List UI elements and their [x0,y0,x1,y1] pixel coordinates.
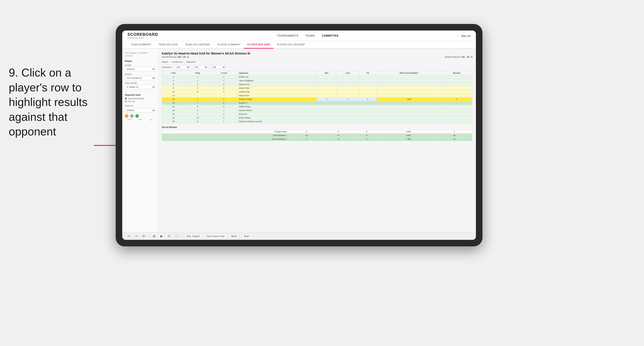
h2h-table: # Div # Reg # Conf Opponent Win Loss Tie… [162,71,472,123]
radio-dot-top100 [125,100,127,102]
table-row[interactable]: 1311Jessica Huang010-3.002 [162,97,472,101]
undo-button[interactable]: ↩ [126,234,132,238]
instruction-text: 9. Click on a player's row to highlight … [9,65,92,139]
tablet-screen: SCOREBOARD Powered by clippd TOURNAMENTS… [122,30,476,240]
table-row[interactable]: 331Esther Lee [162,75,472,79]
watch-button[interactable]: Watch [229,234,239,238]
out-division-row[interactable]: Foreign Team1004.5002 [162,130,472,134]
table-row[interactable]: 12Haeju Hyun [162,94,472,97]
table-row[interactable]: 20117Federica Domecq Lacroze [162,120,472,123]
navbar: SCOREBOARD Powered by clippd TOURNAMENTS… [122,30,476,41]
colour-legend: Down Level Up [125,119,156,121]
subnav-team-h2h-grid[interactable]: TEAM H2H GRID [155,41,182,49]
colour-dot-down [125,114,128,118]
subnav: TEAM SUMMARY TEAM H2H GRID TEAM H2H HEAT… [122,41,476,49]
view-original-button[interactable]: View: Original [184,234,202,238]
conference-filter[interactable]: (All) [192,65,208,69]
gender-select[interactable]: Women's [125,67,156,71]
player-rank-label: Player (Rank) [125,82,156,84]
overall-record: Overall Record: 353 - 34 - 6 [162,56,188,58]
nav-teams[interactable]: TEAMS [305,34,315,37]
grid-subtitle: Overall Record: 353 - 34 - 6 Division Re… [162,56,472,58]
save-custom-button[interactable]: Save Custom View [204,234,226,238]
colour-by-select[interactable]: Win/loss [125,108,156,113]
out-division-row[interactable]: NCAA Division 25007.40010 [162,137,472,141]
table-row[interactable]: 522Alexis Sudijianto [162,79,472,83]
subnav-player-h2h-heatmap[interactable]: PLAYER H2H HEATMAP [274,41,308,49]
grid-area: Katelyn Vo Head-to-Head Grid for Women's… [158,49,476,232]
col-opponent: Opponent [238,71,317,75]
opponents-filter-row: Opponents: (All) (All) (All) [162,65,472,69]
subnav-team-h2h-heatmap[interactable]: TEAM H2H HEATMAP [182,41,214,49]
col-rounds: Rounds [441,71,472,75]
tablet-frame: SCOREBOARD Powered by clippd TOURNAMENTS… [116,24,482,246]
col-div: # Div [162,71,185,75]
nav-tournaments[interactable]: TOURNAMENTS [277,34,298,37]
subnav-player-h2h-grid[interactable]: PLAYER H2H GRID [244,41,274,49]
filter-group-conference: Conference [172,61,183,63]
table-row[interactable]: 19106Emily Chang [162,116,472,120]
filter-row: Region Conference Opponent [162,61,472,63]
colour-dot-up [135,114,139,118]
colour-dot-level [130,114,134,118]
logo-area: SCOREBOARD Powered by clippd [128,32,158,39]
share-button[interactable]: Share [242,234,252,238]
subnav-player-summary[interactable]: PLAYER SUMMARY [214,41,244,49]
col-loss: Loss [336,71,359,75]
nav-links: TOURNAMENTS TEAMS COMMITTEE [277,34,338,37]
radio-opponents-played[interactable]: Opponents Played [125,97,156,100]
redo-button[interactable]: ↪ [134,234,139,238]
division-label: Division [125,73,156,75]
bottom-toolbar: ↩ ↪ ⟳ ⊞ ▶ ↺ 🕐 View: Original Save Custom… [122,232,476,240]
table-row[interactable]: 1063Andrea York [162,90,472,94]
col-reg: # Reg [185,71,210,75]
out-division-table: Foreign Team1004.5002NAIA Division 11500… [162,130,472,141]
sign-out-link[interactable]: | Sign out [457,34,471,38]
sidebar-player-title: Player [125,60,156,62]
player-rank-select[interactable]: 8. Katelyn Vo [125,85,156,89]
grid-title: Katelyn Vo Head-to-Head Grid for Women's… [162,52,472,55]
col-diff: Diff Av Strokes/Rnd [376,71,441,75]
out-division-row[interactable]: NAIA Division 115009.26730 [162,134,472,137]
reset-button[interactable]: ↺ [166,234,171,238]
colour-by-label: Colour by [125,105,156,107]
opponent-filter[interactable]: (All) [210,65,226,69]
division-record: Division Record: 331 - 34 - 6 [445,56,472,58]
col-conf: # Conf [210,71,238,75]
out-division-title: Out of division [162,126,472,128]
sidebar-divider [125,91,156,92]
logo: SCOREBOARD Powered by clippd [128,32,158,39]
filter-group-opponent: Opponent [186,61,196,63]
radio-top100[interactable]: Top 100 [125,100,156,102]
radio-dot-opponents [125,97,127,100]
colour-section: Colour by Win/loss Down Level Up [125,105,156,121]
table-row[interactable]: 1474Eunice Yi [162,101,472,105]
toolbar-sep-2 [182,234,182,238]
col-win: Win [317,71,336,75]
play-button[interactable]: ▶ [159,234,164,238]
colour-dots [125,114,156,118]
table-row[interactable]: 1822Euna Lee [162,112,472,116]
subnav-team-summary[interactable]: TEAM SUMMARY [128,41,155,49]
filter-group-region: Region [162,61,168,63]
table-row[interactable]: 914Sharon Mun [162,86,472,90]
region-filter[interactable]: (All) [175,65,190,69]
opponent-view-title: Opponent view [125,94,156,96]
table-row[interactable]: 613Sydney Kuo [162,83,472,86]
main-content: Last Updated: 27/03/2024 16:55:38 Player… [122,49,476,232]
grid-button[interactable]: ⊞ [152,234,156,238]
col-tie: Tie [359,71,376,75]
table-row[interactable]: 1585Stella Cheng [162,105,472,109]
sidebar-timestamp: Last Updated: 27/03/2024 16:55:38 [125,52,156,57]
refresh-button[interactable]: ⟳ [142,234,146,238]
sidebar: Last Updated: 27/03/2024 16:55:38 Player… [122,49,158,232]
nav-committee[interactable]: COMMITTEE [322,34,338,37]
division-select[interactable]: NCAA Division III [125,76,156,80]
table-row[interactable]: 1691Jessica Mason [162,109,472,112]
clock-icon: 🕐 [174,234,179,238]
gender-label: Gender [125,64,156,66]
